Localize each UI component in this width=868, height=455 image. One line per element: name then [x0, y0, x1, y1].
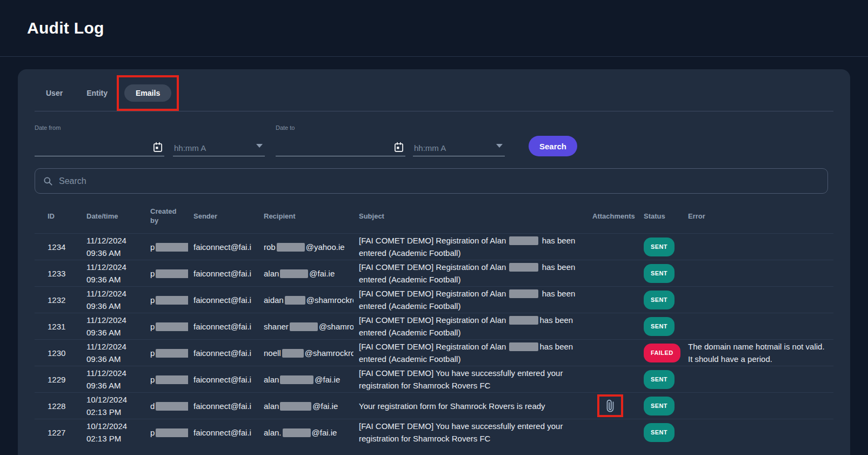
col-header-attachments: Attachments	[587, 212, 638, 221]
time-to-select[interactable]: hh:mm A	[413, 140, 505, 156]
redacted-text	[509, 263, 538, 272]
cell-attachments	[587, 394, 638, 417]
status-badge: FAILED	[644, 344, 680, 362]
cell-datetime: 10/12/2024 02:13 PM	[81, 393, 145, 418]
time-to-field: hh:mm A	[413, 140, 505, 156]
redacted-text	[156, 322, 188, 331]
cell-id: 1231	[35, 320, 81, 333]
table-row: 1227 10/12/2024 02:13 PM p faiconnect@fa…	[35, 419, 833, 445]
search-button[interactable]: Search	[529, 136, 577, 156]
cell-subject: [FAI COMET DEMO] You have successfully e…	[353, 367, 587, 392]
status-badge: SENT	[644, 238, 675, 256]
cell-datetime: 11/12/2024 09:36 AM	[81, 234, 145, 259]
col-header-status: Status	[638, 212, 683, 221]
cell-sender: faiconnect@fai.i	[188, 294, 258, 306]
cell-recipient: noell@shamrockrov	[258, 347, 353, 359]
status-badge: SENT	[644, 317, 675, 336]
tab-emails[interactable]: Emails	[124, 84, 171, 102]
cell-recipient: rob@yahoo.ie	[258, 241, 353, 253]
cell-status: SENT	[638, 264, 683, 283]
time-value: 02:13 PM	[86, 432, 139, 445]
cell-status: SENT	[638, 397, 683, 416]
cell-datetime: 11/12/2024 09:36 AM	[81, 367, 145, 392]
cell-created-by: p	[145, 241, 188, 253]
time-to-placeholder: hh:mm A	[414, 143, 446, 153]
cell-status: FAILED	[638, 344, 683, 362]
cell-datetime: 11/12/2024 09:36 AM	[81, 287, 145, 312]
chevron-down-icon	[496, 144, 503, 148]
cell-id: 1227	[35, 426, 81, 439]
status-badge: SENT	[644, 423, 675, 442]
time-from-field: hh:mm A	[173, 140, 265, 156]
cell-sender: faiconnect@fai.i	[188, 373, 258, 386]
top-header: Audit Log	[0, 0, 868, 57]
cell-status: SENT	[638, 238, 683, 256]
cell-created-by: p	[145, 320, 188, 333]
redacted-text	[290, 322, 318, 331]
redacted-text	[282, 349, 304, 358]
redacted-text	[509, 342, 538, 351]
redacted-text	[509, 316, 538, 325]
cell-recipient: alan@fai.ie	[258, 400, 353, 412]
table-row: 1234 11/12/2024 09:36 AM p faiconnect@fa…	[35, 233, 833, 260]
cell-id: 1228	[35, 400, 81, 412]
date-value: 11/12/2024	[86, 261, 139, 273]
date-from-calendar-button[interactable]	[152, 142, 164, 155]
cell-recipient: alan.@fai.ie	[258, 426, 353, 439]
cell-status: SENT	[638, 291, 683, 309]
paperclip-icon[interactable]	[602, 397, 618, 414]
date-to-label: Date to	[276, 124, 405, 131]
date-from-input[interactable]	[35, 143, 152, 153]
time-value: 09:36 AM	[86, 326, 139, 339]
date-to-calendar-button[interactable]	[393, 142, 405, 155]
cell-datetime: 11/12/2024 09:36 AM	[81, 340, 145, 365]
status-badge: SENT	[644, 397, 675, 416]
cell-sender: faiconnect@fai.i	[188, 241, 258, 253]
status-badge: SENT	[644, 264, 675, 283]
redacted-text	[156, 402, 188, 411]
col-header-error: Error	[683, 212, 833, 221]
col-header-datetime: Date/time	[81, 212, 145, 221]
tab-bar: User Entity Emails	[35, 69, 833, 111]
status-badge: SENT	[644, 291, 675, 309]
redacted-text	[156, 243, 188, 252]
redacted-text	[156, 269, 188, 278]
status-badge: SENT	[644, 370, 675, 389]
table-row: 1233 11/12/2024 09:36 AM p faiconnect@fa…	[35, 260, 833, 286]
redacted-text	[509, 289, 538, 298]
chevron-down-icon	[256, 144, 263, 148]
date-to-input[interactable]	[276, 143, 393, 153]
table-row: 1231 11/12/2024 09:36 AM p faiconnect@fa…	[35, 313, 833, 339]
search-input[interactable]	[59, 176, 820, 186]
table-row: 1232 11/12/2024 09:36 AM p faiconnect@fa…	[35, 286, 833, 313]
date-to-field: Date to	[276, 124, 405, 156]
cell-sender: faiconnect@fai.i	[188, 267, 258, 280]
cell-status: SENT	[638, 370, 683, 389]
cell-subject: [FAI COMET DEMO] Registration of Alan ha…	[353, 340, 587, 365]
cell-datetime: 11/12/2024 09:36 AM	[81, 261, 145, 286]
cell-created-by: p	[145, 426, 188, 439]
cell-sender: faiconnect@fai.i	[188, 426, 258, 439]
cell-id: 1232	[35, 294, 81, 306]
date-value: 10/12/2024	[86, 420, 139, 432]
search-icon	[43, 176, 54, 187]
cell-id: 1229	[35, 373, 81, 386]
table-row: 1228 10/12/2024 02:13 PM d faiconnect@fa…	[35, 392, 833, 419]
time-from-select[interactable]: hh:mm A	[173, 140, 265, 156]
date-filters: Date from hh:mm A Date to	[35, 124, 833, 156]
table-body: 1234 11/12/2024 09:36 AM p faiconnect@fa…	[35, 233, 833, 445]
annotation-box-emails-tab: Emails	[117, 75, 179, 111]
table-header-row: ID Date/time Created by Sender Recipient…	[35, 199, 833, 233]
redacted-text	[280, 269, 308, 278]
cell-recipient: shaner@shamroc	[258, 320, 353, 333]
calendar-icon	[152, 142, 163, 153]
redacted-text	[156, 428, 188, 437]
redacted-text	[280, 402, 311, 411]
cell-id: 1230	[35, 347, 81, 359]
redacted-text	[156, 349, 188, 358]
redacted-text	[285, 296, 305, 305]
cell-datetime: 11/12/2024 09:36 AM	[81, 314, 145, 339]
tab-entity[interactable]: Entity	[86, 89, 108, 97]
tab-user[interactable]: User	[46, 89, 63, 97]
col-header-created-by: Created by	[145, 207, 188, 225]
